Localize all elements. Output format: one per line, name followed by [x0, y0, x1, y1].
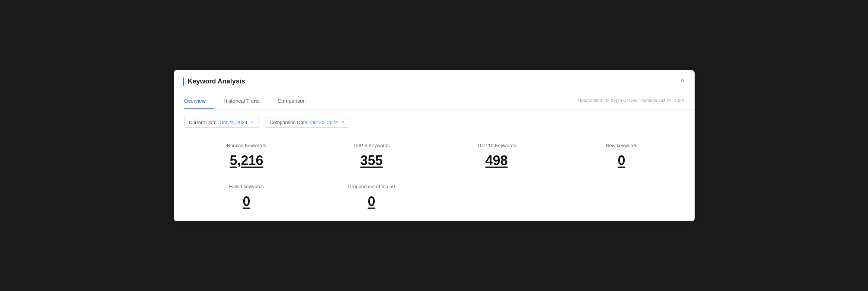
keyword-analysis-card: Keyword Analysis ^ Overview Historical T… — [174, 70, 695, 221]
metric-top10-keywords: TOP 10 Keywords 498 — [434, 143, 559, 168]
card-header: Keyword Analysis ^ — [174, 70, 695, 92]
filter-current-date-close[interactable]: × — [251, 120, 254, 125]
tab-overview[interactable]: Overview — [184, 92, 215, 109]
update-time: Update time: 02:07pm UTC+8 Thursday Oct … — [578, 98, 684, 103]
card-title: Keyword Analysis — [188, 78, 245, 85]
metric-top10-keywords-label: TOP 10 Keywords — [477, 143, 516, 148]
filter-comparison-date-label: Comparison Date — [270, 120, 307, 125]
metric-ranked-keywords: Ranked Keywords 5,216 — [184, 143, 309, 168]
metric-top3-keywords-value[interactable]: 355 — [360, 153, 382, 168]
metrics-row-2: Failed keywords 0 Dropped out of top 50 … — [174, 176, 695, 221]
metric-dropped-top50-value[interactable]: 0 — [368, 194, 375, 209]
metric-failed-keywords: Failed keywords 0 — [184, 184, 309, 209]
title-group: Keyword Analysis — [183, 78, 245, 86]
metric-placeholder-4 — [559, 184, 684, 209]
tab-comparison[interactable]: Comparison — [278, 92, 314, 109]
metric-top10-keywords-value[interactable]: 498 — [485, 153, 507, 168]
collapse-icon[interactable]: ^ — [681, 78, 684, 85]
metric-ranked-keywords-label: Ranked Keywords — [227, 143, 266, 148]
metric-top3-keywords: TOP 3 Keywords 355 — [309, 143, 434, 168]
metric-failed-keywords-value[interactable]: 0 — [243, 194, 250, 209]
metric-ranked-keywords-value[interactable]: 5,216 — [230, 153, 263, 168]
metric-placeholder-3 — [434, 184, 559, 209]
metric-new-keywords-label: New keywords — [606, 143, 637, 148]
metric-dropped-top50-label: Dropped out of top 50 — [348, 184, 395, 189]
filter-current-date-value[interactable]: Oct 24, 2024 — [220, 120, 247, 125]
metric-new-keywords-value[interactable]: 0 — [618, 153, 625, 168]
tabs-container: Overview Historical Trend Comparison — [184, 92, 324, 109]
filters-row: Current Date Oct 24, 2024 × Comparison D… — [174, 110, 695, 134]
metrics-row-1: Ranked Keywords 5,216 TOP 3 Keywords 355… — [174, 134, 695, 176]
filter-current-date: Current Date Oct 24, 2024 × — [184, 117, 259, 128]
title-accent — [183, 78, 184, 86]
metric-new-keywords: New keywords 0 — [559, 143, 684, 168]
filter-comparison-date-value[interactable]: Oct 23, 2024 — [310, 120, 338, 125]
filter-comparison-date: Comparison Date Oct 23, 2024 × — [265, 117, 350, 128]
filter-comparison-date-close[interactable]: × — [342, 120, 345, 125]
tab-historical-trend[interactable]: Historical Trend — [224, 92, 269, 109]
metric-dropped-top50: Dropped out of top 50 0 — [309, 184, 434, 209]
filter-current-date-label: Current Date — [189, 120, 217, 125]
metric-failed-keywords-label: Failed keywords — [229, 184, 264, 189]
metric-top3-keywords-label: TOP 3 Keywords — [353, 143, 390, 148]
tabs-row: Overview Historical Trend Comparison Upd… — [174, 92, 695, 110]
